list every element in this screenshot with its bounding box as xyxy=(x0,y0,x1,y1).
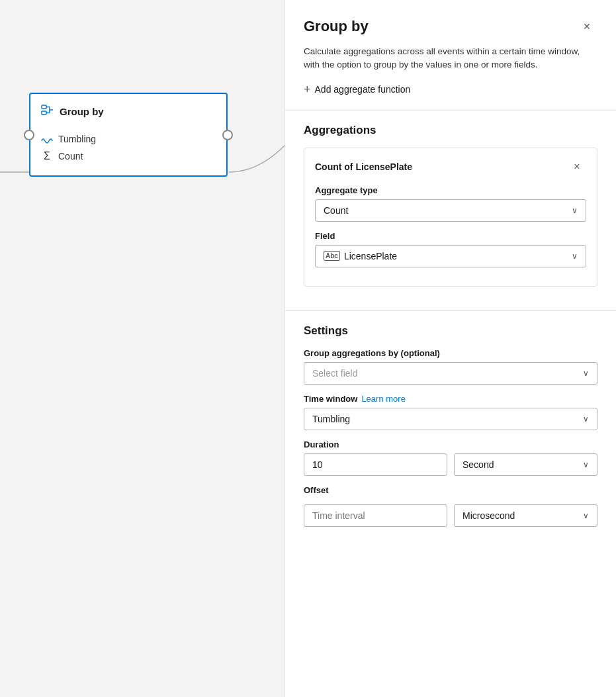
field-select[interactable]: Abc LicensePlate ∨ xyxy=(315,245,586,267)
offset-unit-select[interactable]: Microsecond ∨ xyxy=(454,504,597,527)
time-window-label-row: Time window Learn more xyxy=(304,394,597,404)
offset-unit-chevron: ∨ xyxy=(583,511,589,520)
learn-more-link[interactable]: Learn more xyxy=(361,394,405,404)
duration-unit-select[interactable]: Second ∨ xyxy=(454,453,597,476)
duration-unit-value: Second xyxy=(462,459,494,470)
canvas-area: Group by Tumbling Σ Count xyxy=(0,0,285,697)
settings-section: Settings Group aggregations by (optional… xyxy=(285,311,616,540)
node-item-tumbling: Tumbling xyxy=(41,130,216,148)
time-window-select[interactable]: Tumbling ∨ xyxy=(304,408,597,430)
offset-input[interactable] xyxy=(304,504,447,527)
offset-label: Offset xyxy=(304,485,597,495)
right-panel: Group by × Calculate aggregations across… xyxy=(285,0,616,697)
field-value: LicensePlate xyxy=(344,251,397,261)
duration-input[interactable] xyxy=(304,453,447,476)
field-label: Field xyxy=(315,231,586,241)
time-window-value: Tumbling xyxy=(312,414,350,424)
offset-row: Microsecond ∨ xyxy=(304,504,597,527)
svg-rect-1 xyxy=(42,111,46,115)
field-type-badge: Abc xyxy=(324,251,340,261)
aggregate-type-chevron: ∨ xyxy=(572,206,578,215)
tumbling-icon xyxy=(41,133,53,145)
panel-header: Group by × xyxy=(285,0,616,45)
node-item-tumbling-label: Tumbling xyxy=(58,134,96,144)
time-window-label: Time window xyxy=(304,394,357,404)
duration-row: Second ∨ xyxy=(304,453,597,476)
group-by-placeholder: Select field xyxy=(312,368,357,379)
aggregations-section: Aggregations Count of LicensePlate × Agg… xyxy=(285,111,616,310)
group-by-chevron: ∨ xyxy=(583,369,589,378)
duration-unit-chevron: ∨ xyxy=(583,460,589,469)
panel-description: Calculate aggregations across all events… xyxy=(285,45,616,83)
aggregation-card: Count of LicensePlate × Aggregate type C… xyxy=(304,148,597,287)
add-aggregate-function-button[interactable]: + Add aggregate function xyxy=(285,83,616,110)
node-item-count-label: Count xyxy=(58,151,83,162)
agg-card-title: Count of LicensePlate xyxy=(315,162,412,172)
node-item-count: Σ Count xyxy=(41,148,216,165)
settings-title: Settings xyxy=(304,324,597,338)
offset-unit-value: Microsecond xyxy=(462,510,515,521)
group-by-node[interactable]: Group by Tumbling Σ Count xyxy=(29,93,228,177)
group-by-node-icon xyxy=(41,103,54,120)
sigma-icon: Σ xyxy=(41,150,53,162)
node-title: Group by xyxy=(60,106,104,117)
add-function-label: Add aggregate function xyxy=(315,84,411,95)
svg-rect-0 xyxy=(42,105,46,109)
plus-icon: + xyxy=(304,83,311,97)
aggregate-type-select[interactable]: Count ∨ xyxy=(315,199,586,222)
right-connector xyxy=(222,130,233,140)
close-button[interactable]: × xyxy=(576,16,597,37)
panel-title: Group by xyxy=(304,18,369,35)
left-connector xyxy=(24,130,34,140)
field-chevron: ∨ xyxy=(572,252,578,261)
group-by-select[interactable]: Select field ∨ xyxy=(304,362,597,385)
aggregate-type-label: Aggregate type xyxy=(315,185,586,195)
duration-label: Duration xyxy=(304,440,597,449)
aggregate-type-value: Count xyxy=(324,205,348,216)
time-window-chevron: ∨ xyxy=(583,414,589,424)
aggregations-title: Aggregations xyxy=(304,124,597,137)
group-by-label: Group aggregations by (optional) xyxy=(304,348,597,358)
agg-remove-button[interactable]: × xyxy=(568,158,586,176)
agg-card-header: Count of LicensePlate × xyxy=(315,158,586,176)
